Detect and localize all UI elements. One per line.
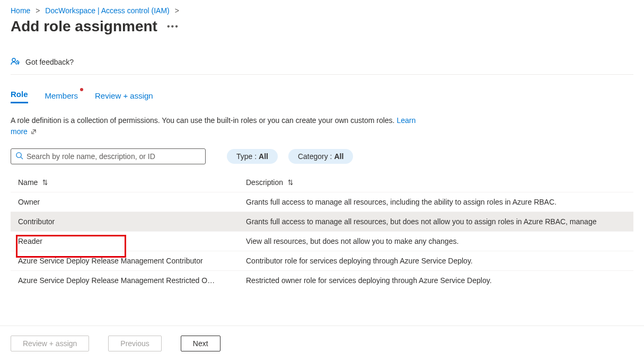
role-description-cell: Grants full access to manage all resourc…: [246, 198, 626, 206]
role-name-cell: Owner: [18, 198, 246, 206]
feedback-icon: [11, 57, 20, 67]
search-icon: [15, 152, 23, 161]
tab-role[interactable]: Role: [11, 90, 28, 103]
page-title: Add role assignment: [11, 18, 157, 35]
tab-review-assign[interactable]: Review + assign: [95, 91, 153, 103]
filter-type-pill[interactable]: Type : All: [227, 149, 278, 164]
role-search-box[interactable]: [11, 148, 206, 164]
table-row[interactable]: Azure Service Deploy Release Management …: [11, 251, 633, 270]
filter-category-value: All: [334, 152, 343, 161]
table-row[interactable]: Reader View all resources, but does not …: [11, 231, 633, 251]
role-description-cell: View all resources, but does not allow y…: [246, 237, 626, 245]
role-description-cell: Restricted owner role for services deplo…: [246, 276, 626, 285]
external-link-icon: [31, 127, 37, 138]
role-description-cell: Contributor role for services deploying …: [246, 257, 626, 265]
filter-type-value: All: [259, 152, 268, 161]
table-row[interactable]: Contributor Grants full access to manage…: [11, 212, 633, 231]
feedback-label: Got feedback?: [25, 58, 74, 66]
role-name-cell: Azure Service Deploy Release Management …: [18, 276, 246, 285]
role-name-cell: Azure Service Deploy Release Management …: [18, 257, 246, 265]
svg-point-1: [16, 153, 21, 157]
breadcrumb-sep: >: [175, 6, 179, 15]
sort-icon: [287, 179, 294, 188]
breadcrumb-home[interactable]: Home: [11, 6, 30, 15]
role-description-cell: Grants full access to manage all resourc…: [246, 217, 626, 226]
role-search-input[interactable]: [27, 152, 201, 161]
filter-type-label: Type :: [236, 152, 259, 161]
column-header-name-label: Name: [18, 178, 38, 187]
more-actions-icon[interactable]: •••: [167, 22, 179, 31]
review-assign-button: Review + assign: [11, 336, 89, 351]
table-row[interactable]: Azure Service Deploy Release Management …: [11, 270, 633, 290]
breadcrumb: Home > DocWorkspace | Access control (IA…: [11, 6, 633, 15]
role-name-cell: Contributor: [18, 217, 246, 226]
tab-members[interactable]: Members: [45, 91, 78, 103]
column-header-description-label: Description: [246, 178, 283, 187]
svg-line-2: [21, 157, 23, 159]
svg-point-0: [12, 58, 15, 61]
role-intro-text: A role definition is a collection of per…: [11, 115, 424, 138]
tab-members-indicator-icon: [80, 88, 83, 91]
tabs: Role Members Review + assign: [11, 90, 633, 103]
breadcrumb-sep: >: [36, 6, 40, 15]
sort-icon: [42, 179, 48, 188]
role-intro-body: A role definition is a collection of per…: [11, 116, 396, 125]
breadcrumb-workspace[interactable]: DocWorkspace | Access control (IAM): [45, 6, 169, 15]
feedback-link[interactable]: Got feedback?: [11, 57, 633, 75]
column-header-name[interactable]: Name: [18, 178, 246, 188]
roles-table: Name Description Owner Grants full acces…: [11, 174, 633, 290]
previous-button: Previous: [108, 336, 161, 351]
tab-members-label: Members: [45, 91, 78, 100]
next-button[interactable]: Next: [181, 336, 220, 351]
filter-category-pill[interactable]: Category : All: [288, 149, 353, 164]
role-name-cell: Reader: [18, 237, 246, 245]
column-header-description[interactable]: Description: [246, 178, 626, 188]
table-row[interactable]: Owner Grants full access to manage all r…: [11, 192, 633, 212]
filter-category-label: Category :: [298, 152, 334, 161]
wizard-footer: Review + assign Previous Next: [0, 325, 644, 361]
